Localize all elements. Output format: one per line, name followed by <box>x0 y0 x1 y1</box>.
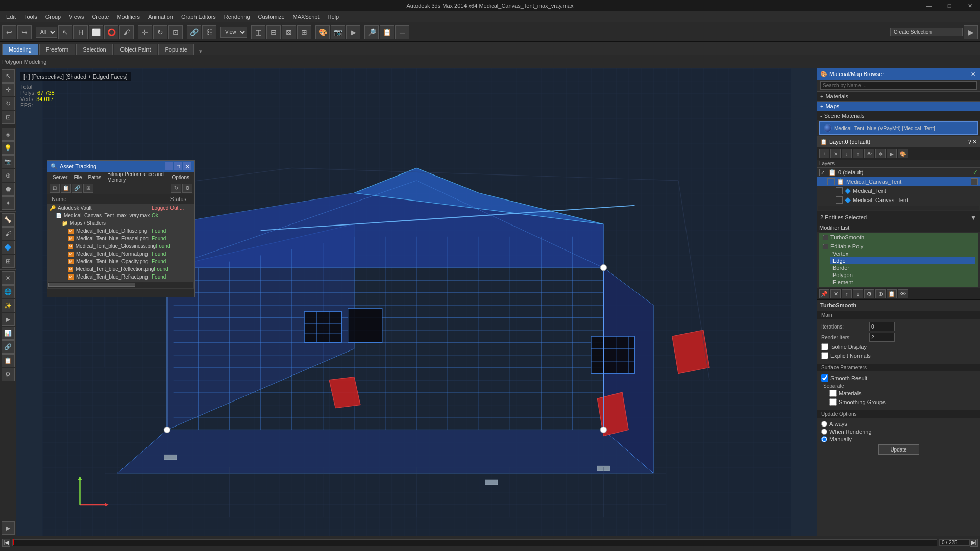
mod-move-up[interactable]: ↑ <box>842 289 852 298</box>
at-row-glossiness[interactable]: M Medical_Tent_blue_Glossiness.png Found <box>47 242 194 250</box>
mod-clone[interactable]: ⊕ <box>875 289 886 298</box>
lt-shapes[interactable]: ⬟ <box>2 183 15 196</box>
lt-cameras[interactable]: 📷 <box>2 155 15 168</box>
mat-section-maps-header[interactable]: +Maps <box>817 102 980 111</box>
lt-effects[interactable]: ✨ <box>2 299 15 312</box>
menu-graph-editors[interactable]: Graph Editors <box>177 13 220 21</box>
lt-freeze[interactable]: ❄ <box>875 149 886 158</box>
toolbar-quick-align[interactable]: ⊠ <box>282 25 296 39</box>
toolbar-undo[interactable]: ↩ <box>2 25 16 39</box>
ts-iterations-input[interactable] <box>869 322 895 331</box>
at-scrollbar-h[interactable] <box>48 282 193 288</box>
at-row-reflection[interactable]: M Medical_Tent_blue_Reflection.png Found <box>47 265 194 273</box>
toolbar-material-editor[interactable]: 🎨 <box>315 25 330 39</box>
timeline-counter[interactable]: 0 / 225 <box>939 539 970 546</box>
layer-row-medical-canvas[interactable]: 📋 Medical_Canvas_Tent <box>817 177 980 186</box>
timeline-end[interactable]: ▶| <box>970 539 978 547</box>
sub-polygon[interactable]: Polygon <box>830 271 975 279</box>
close-button[interactable]: ✕ <box>960 0 980 11</box>
lt-create[interactable]: ◈ <box>2 128 15 141</box>
toolbar-ribbon[interactable]: ═ <box>395 25 409 39</box>
toolbar-paint-select[interactable]: 🖌 <box>119 25 134 39</box>
mat-item-medical-tent-blue[interactable]: Medical_Tent_blue (VRayMtl) [Medical_Ten… <box>819 121 978 135</box>
tab-selection[interactable]: Selection <box>76 44 112 55</box>
at-btn-settings[interactable]: ⚙ <box>182 184 192 193</box>
toolbar-move[interactable]: ✛ <box>138 25 152 39</box>
at-row-fresnel[interactable]: M Medical_Tent_blue_Fresnel.png Found <box>47 235 194 242</box>
layer-color-swatch[interactable] <box>971 178 978 185</box>
selection-filter[interactable]: All <box>36 27 57 38</box>
toolbar-mirror[interactable]: ◫ <box>251 25 265 39</box>
layers-question[interactable]: ? <box>968 139 971 145</box>
mat-section-materials-header[interactable]: +Materials <box>817 92 980 101</box>
ts-when-rendering-radio[interactable] <box>821 429 827 435</box>
layer-row-medical-canvas-sub[interactable]: 🔷 Medical_Canvas_Tent <box>817 195 980 205</box>
toolbar-scene-explorer[interactable]: 🔎 <box>364 25 379 39</box>
menu-rendering[interactable]: Rendering <box>220 13 254 21</box>
ts-manually-radio[interactable] <box>821 436 827 442</box>
lt-select-objects[interactable]: ↑ <box>853 149 863 158</box>
toolbar-unlink[interactable]: ⛓ <box>202 25 216 39</box>
tab-object-paint[interactable]: Object Paint <box>114 44 158 55</box>
lt-helpers[interactable]: ⊕ <box>2 169 15 182</box>
minimize-button[interactable]: — <box>919 0 939 11</box>
layers-close[interactable]: ✕ <box>972 139 977 145</box>
at-btn-refresh[interactable]: ↻ <box>171 184 181 193</box>
mod-delete[interactable]: ✕ <box>830 289 841 298</box>
sub-border[interactable]: Border <box>830 264 975 271</box>
toolbar-more[interactable]: ▶ <box>964 25 978 39</box>
mod-paste[interactable]: 📋 <box>887 289 897 298</box>
lt-snap[interactable]: 🔷 <box>2 241 15 254</box>
tab-freeform[interactable]: Freeform <box>39 44 76 55</box>
lt-rotate[interactable]: ↻ <box>2 97 15 110</box>
sub-element[interactable]: Element <box>830 279 975 286</box>
at-btn-3[interactable]: 🔗 <box>72 184 82 193</box>
menu-group[interactable]: Group <box>41 13 65 21</box>
lt-move[interactable]: ✛ <box>2 83 15 96</box>
lt-ram[interactable]: 📊 <box>2 327 15 340</box>
layers-scrollbar[interactable] <box>818 206 979 210</box>
at-row-opacity[interactable]: M Medical_Tent_blue_Opacity.png Found <box>47 258 194 265</box>
maximize-button[interactable]: □ <box>939 0 960 11</box>
ts-smoothgroups-checkbox[interactable] <box>829 398 837 406</box>
at-menu-paths[interactable]: Paths <box>85 173 105 181</box>
lt-env[interactable]: 🌐 <box>2 285 15 298</box>
menu-customize[interactable]: Customize <box>254 13 289 21</box>
lt-color[interactable]: 🎨 <box>898 149 908 158</box>
lt-render[interactable]: ▶ <box>2 313 15 326</box>
3d-viewport[interactable]: [+] [Perspective] [Shaded + Edged Faces]… <box>16 68 817 536</box>
menu-maxscript[interactable]: MAXScript <box>289 13 324 21</box>
create-selection-button[interactable]: Create Selection <box>890 28 963 36</box>
toolbar-rect-select[interactable]: ⬜ <box>89 25 103 39</box>
at-btn-2[interactable]: 📋 <box>61 184 71 193</box>
at-row-maps-folder[interactable]: 📁 Maps / Shaders <box>47 219 194 227</box>
at-close[interactable]: ✕ <box>183 162 191 170</box>
sub-vertex[interactable]: Vertex <box>830 250 975 257</box>
at-btn-4[interactable]: ⊞ <box>83 184 93 193</box>
at-minimize[interactable]: — <box>165 162 173 170</box>
ts-isoline-checkbox[interactable] <box>821 343 828 350</box>
timeline-track[interactable] <box>12 539 937 546</box>
toolbar-link[interactable]: 🔗 <box>187 25 201 39</box>
mat-section-scene-header[interactable]: -Scene Materials <box>817 111 980 120</box>
layer-row-default[interactable]: ✓ 📋 0 (default) ✓ <box>817 168 980 177</box>
at-btn-1[interactable]: ⊡ <box>50 184 60 193</box>
toolbar-lasso[interactable]: ⭕ <box>104 25 118 39</box>
at-row-vault[interactable]: 🔑 Autodesk Vault Logged Out ... <box>47 204 194 212</box>
lt-new-layer[interactable]: + <box>819 149 829 158</box>
tab-modeling[interactable]: Modeling <box>2 44 38 55</box>
toolbar-rotate[interactable]: ↻ <box>153 25 167 39</box>
lt-scale[interactable]: ⊡ <box>2 111 15 124</box>
view-select[interactable]: View <box>220 27 247 38</box>
lt-bone[interactable]: 🦴 <box>2 213 15 227</box>
ts-always-radio[interactable] <box>821 421 827 427</box>
ts-materials-checkbox[interactable] <box>829 390 837 397</box>
menu-create[interactable]: Create <box>88 13 113 21</box>
at-row-normal[interactable]: M Medical_Tent_blue_Normal.png Found <box>47 250 194 258</box>
ts-update-button[interactable]: Update <box>878 444 919 455</box>
toolbar-align[interactable]: ⊟ <box>266 25 281 39</box>
toolbar-render-setup[interactable]: 📷 <box>331 25 345 39</box>
mat-browser-close[interactable]: ✕ <box>969 71 977 78</box>
at-row-diffuse[interactable]: M Medical_Tent_blue_Diffuse.png Found <box>47 227 194 235</box>
layer-check-mt[interactable] <box>836 187 843 194</box>
